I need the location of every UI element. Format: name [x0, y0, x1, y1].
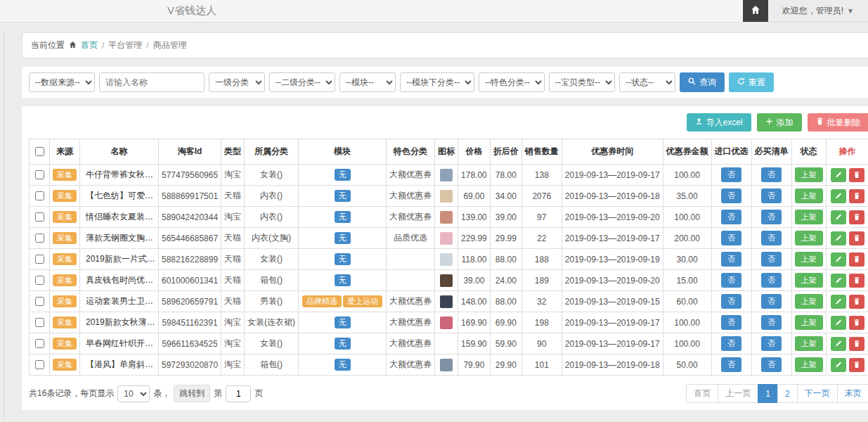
pagination-button[interactable]: 上一页 [718, 384, 758, 403]
edit-button[interactable] [831, 231, 846, 245]
edit-button[interactable] [831, 168, 846, 182]
filter-select[interactable]: --宝贝类型-- [549, 72, 615, 92]
status-button[interactable]: 上架 [795, 315, 823, 330]
delete-button[interactable] [849, 337, 864, 351]
name-search-input[interactable] [99, 72, 205, 92]
delete-button[interactable] [849, 231, 864, 245]
must-buy-toggle[interactable]: 否 [761, 167, 782, 182]
breadcrumb-home-link[interactable]: 首页 [81, 39, 98, 51]
filter-select[interactable]: --特色分类-- [479, 72, 545, 92]
sidebar-item[interactable]: 模块商品分类 [4, 287, 5, 369]
reset-button[interactable]: 重置 [729, 72, 774, 92]
edit-button[interactable] [831, 274, 846, 288]
edit-button[interactable] [831, 252, 846, 267]
delete-button[interactable] [849, 358, 864, 372]
row-checkbox[interactable] [35, 170, 44, 179]
status-button[interactable]: 上架 [795, 252, 823, 267]
pagination-button[interactable]: 末页 [837, 384, 868, 403]
must-buy-toggle[interactable]: 否 [761, 294, 782, 309]
import-select-toggle[interactable]: 否 [721, 167, 741, 182]
import-select-toggle[interactable]: 否 [721, 188, 741, 203]
per-page-select[interactable]: 10 [117, 385, 150, 402]
row-checkbox[interactable] [35, 234, 44, 243]
delete-button[interactable] [849, 252, 864, 267]
filter-select[interactable]: 一级分类 [209, 72, 265, 92]
must-buy-toggle[interactable]: 否 [761, 210, 782, 224]
import-excel-button[interactable]: 导入excel [687, 113, 751, 132]
status-button[interactable]: 上架 [795, 357, 823, 372]
status-button[interactable]: 上架 [795, 294, 823, 309]
row-checkbox[interactable] [35, 212, 44, 222]
pagination-button[interactable]: 2 [777, 384, 798, 403]
column-header: 名称 [80, 139, 159, 165]
cell-category: 男装() [245, 291, 299, 312]
must-buy-toggle[interactable]: 否 [761, 273, 782, 288]
import-select-toggle[interactable]: 否 [721, 294, 741, 309]
delete-button[interactable] [849, 274, 864, 288]
status-button[interactable]: 上架 [795, 336, 823, 351]
select-all-checkbox[interactable] [35, 147, 44, 156]
edit-button[interactable] [831, 210, 846, 224]
page-number-input[interactable] [226, 385, 251, 402]
sidebar-item[interactable]: 用户管理 [4, 101, 5, 165]
pagination-button[interactable]: 下一页 [797, 384, 838, 403]
delete-button[interactable] [849, 168, 864, 182]
sidebar-item[interactable]: 商品分类 [4, 229, 5, 287]
add-button[interactable]: 添加 [757, 113, 802, 132]
cell-taoke-id: 588869917501 [159, 186, 221, 207]
filter-select[interactable]: --状态-- [619, 72, 675, 92]
must-buy-toggle[interactable]: 否 [761, 188, 782, 203]
filter-select[interactable]: --二级分类-- [269, 72, 335, 92]
edit-button[interactable] [831, 358, 846, 372]
import-select-toggle[interactable]: 否 [721, 273, 741, 288]
sidebar-item[interactable]: 平台管理 [4, 165, 5, 229]
cell-must-buy: 否 [751, 312, 791, 333]
filter-select[interactable]: --数据来源-- [29, 72, 95, 92]
cell-category: 内衣() [245, 186, 299, 207]
must-buy-toggle[interactable]: 否 [761, 315, 782, 330]
must-buy-toggle[interactable]: 否 [761, 336, 782, 351]
delete-button[interactable] [849, 295, 864, 309]
status-button[interactable]: 上架 [795, 210, 823, 224]
delete-button[interactable] [849, 189, 864, 203]
import-select-toggle[interactable]: 否 [721, 252, 741, 267]
status-button[interactable]: 上架 [795, 167, 823, 182]
home-button[interactable] [743, 0, 768, 22]
row-checkbox[interactable] [35, 339, 44, 348]
edit-button[interactable] [831, 189, 846, 203]
import-select-toggle[interactable]: 否 [721, 315, 741, 330]
import-select-toggle[interactable]: 否 [721, 210, 741, 224]
must-buy-toggle[interactable]: 否 [761, 252, 782, 267]
row-checkbox[interactable] [35, 297, 44, 306]
user-menu[interactable]: 欢迎您，管理员! ▼ [768, 0, 868, 22]
pagination-button[interactable]: 首页 [686, 384, 718, 403]
status-button[interactable]: 上架 [795, 188, 823, 203]
delete-button[interactable] [849, 210, 864, 224]
cell-special-category: 大额优惠券 [387, 354, 435, 376]
must-buy-toggle[interactable]: 否 [761, 231, 782, 245]
cell-special-category: 品质优选 [387, 228, 435, 249]
edit-button[interactable] [831, 337, 846, 351]
delete-button[interactable] [849, 316, 864, 330]
row-checkbox[interactable] [35, 191, 44, 200]
import-select-toggle[interactable]: 否 [721, 357, 741, 372]
edit-button[interactable] [831, 295, 846, 309]
jump-button[interactable]: 跳转到 [174, 385, 210, 402]
import-select-toggle[interactable]: 否 [721, 336, 741, 351]
search-button[interactable]: 查询 [680, 72, 725, 92]
import-select-toggle[interactable]: 否 [721, 231, 741, 245]
batch-delete-button[interactable]: 批量删除 [808, 113, 868, 132]
filter-select[interactable]: --模块下分类-- [400, 72, 474, 92]
status-button[interactable]: 上架 [795, 231, 823, 245]
row-checkbox[interactable] [35, 360, 44, 369]
breadcrumb-item: 平台管理 [108, 39, 142, 51]
status-button[interactable]: 上架 [795, 273, 823, 288]
edit-button[interactable] [831, 316, 846, 330]
sidebar-item[interactable]: 特色分类 [4, 369, 5, 422]
pagination-button[interactable]: 1 [758, 384, 778, 403]
must-buy-toggle[interactable]: 否 [761, 357, 782, 372]
row-checkbox[interactable] [35, 276, 44, 285]
row-checkbox[interactable] [35, 318, 44, 327]
filter-select[interactable]: --模块-- [339, 72, 396, 92]
row-checkbox[interactable] [35, 255, 44, 264]
